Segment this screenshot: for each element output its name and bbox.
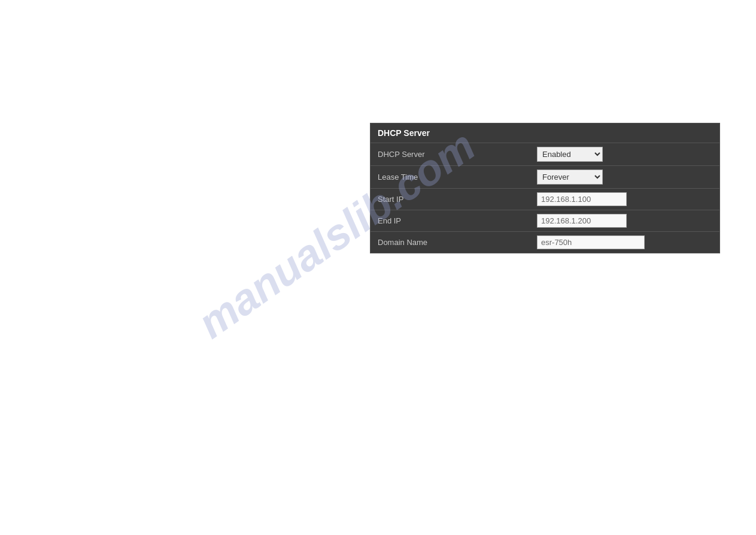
lease-time-control: Forever 1 hour 12 hours 1 day 1 week <box>532 166 719 188</box>
dhcp-server-control: Enabled Disabled <box>532 143 719 165</box>
domain-name-row: Domain Name <box>371 232 719 253</box>
end-ip-control <box>532 210 719 231</box>
start-ip-label: Start IP <box>371 189 532 209</box>
domain-name-input[interactable] <box>537 235 645 249</box>
end-ip-row: End IP <box>371 210 719 232</box>
lease-time-select[interactable]: Forever 1 hour 12 hours 1 day 1 week <box>537 170 603 185</box>
dhcp-server-panel: DHCP Server DHCP Server Enabled Disabled… <box>370 123 720 253</box>
domain-name-label: Domain Name <box>371 232 532 252</box>
lease-time-row: Lease Time Forever 1 hour 12 hours 1 day… <box>371 166 719 189</box>
end-ip-input[interactable] <box>537 214 627 228</box>
dhcp-server-row: DHCP Server Enabled Disabled <box>371 143 719 166</box>
end-ip-label: End IP <box>371 211 532 231</box>
domain-name-control <box>532 232 719 253</box>
start-ip-row: Start IP <box>371 189 719 210</box>
dhcp-server-label: DHCP Server <box>371 144 532 164</box>
start-ip-input[interactable] <box>537 192 627 206</box>
dhcp-server-select[interactable]: Enabled Disabled <box>537 147 603 162</box>
lease-time-label: Lease Time <box>371 167 532 187</box>
panel-title: DHCP Server <box>371 123 719 143</box>
start-ip-control <box>532 189 719 210</box>
